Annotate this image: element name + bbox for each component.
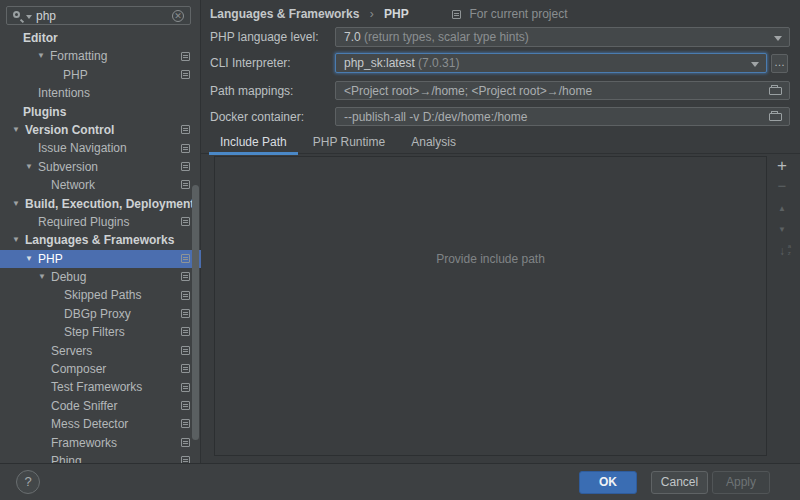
sort-letters: az — [788, 243, 791, 257]
sidebar-item-label: Skipped Paths — [64, 288, 141, 302]
language-level-select[interactable]: 7.0 (return types, scalar type hints) — [335, 27, 790, 47]
project-settings-icon — [181, 401, 190, 410]
folder-browse-icon[interactable] — [769, 113, 782, 121]
sidebar-item-version-control[interactable]: ▼Version Control — [0, 121, 201, 139]
cli-interpreter-browse-button[interactable]: … — [771, 54, 788, 73]
project-settings-icon — [181, 162, 190, 171]
sidebar-item-label: Frameworks — [51, 436, 117, 450]
ok-button[interactable]: OK — [579, 471, 637, 494]
sidebar-item-label: PHP — [63, 68, 88, 82]
sidebar-item-issue-navigation[interactable]: Issue Navigation — [0, 139, 201, 157]
sidebar-item-mess-detector[interactable]: Mess Detector — [0, 415, 201, 433]
docker-container-field[interactable]: --publish-all -v D:/dev/home:/home — [335, 107, 790, 126]
expand-arrow-icon[interactable]: ▼ — [25, 254, 33, 263]
move-up-button[interactable]: ▲ — [771, 199, 793, 219]
expand-arrow-icon[interactable]: ▼ — [38, 272, 46, 281]
sidebar-item-intentions[interactable]: Intentions — [0, 84, 201, 102]
expand-arrow-icon[interactable]: ▼ — [12, 125, 20, 134]
language-level-hint: (return types, scalar type hints) — [364, 30, 529, 44]
move-down-button[interactable]: ▼ — [771, 220, 793, 240]
sidebar-item-languages-frameworks[interactable]: ▼Languages & Frameworks — [0, 231, 201, 249]
include-path-toolbar: +−▲▼↓az — [771, 157, 793, 262]
cli-interpreter-value: php_sk:latest — [344, 56, 415, 70]
sidebar-item-label: Test Frameworks — [51, 380, 142, 394]
sidebar-item-label: Languages & Frameworks — [25, 233, 174, 247]
project-settings-icon — [181, 180, 190, 189]
remove-icon: − — [778, 177, 787, 194]
cli-interpreter-combobox[interactable]: php_sk:latest (7.0.31) — [335, 53, 767, 73]
sidebar-item-phing[interactable]: Phing — [0, 452, 201, 463]
sidebar-item-composer[interactable]: Composer — [0, 360, 201, 378]
cancel-button[interactable]: Cancel — [651, 471, 708, 494]
sidebar-item-required-plugins[interactable]: Required Plugins — [0, 213, 201, 231]
project-settings-icon — [181, 419, 190, 428]
project-settings-icon — [181, 327, 190, 336]
search-box[interactable]: php ✕ — [6, 6, 191, 25]
project-settings-icon — [181, 272, 190, 281]
sort-alphabetically-icon: ↓ — [779, 244, 785, 258]
project-settings-icon — [181, 456, 190, 463]
clear-search-icon[interactable]: ✕ — [172, 10, 184, 22]
project-settings-icon — [181, 254, 190, 263]
sidebar-item-label: Debug — [51, 270, 86, 284]
sidebar-item-servers[interactable]: Servers — [0, 342, 201, 360]
cli-interpreter-label: CLI Interpreter: — [210, 53, 291, 73]
sidebar-item-plugins[interactable]: Plugins — [0, 103, 201, 121]
sidebar-scrollbar[interactable] — [192, 185, 199, 440]
sidebar-item-label: Code Sniffer — [51, 399, 118, 413]
sidebar-item-skipped-paths[interactable]: Skipped Paths — [0, 286, 201, 304]
sidebar-item-dbgp-proxy[interactable]: DBGp Proxy — [0, 305, 201, 323]
sidebar-item-label: Formatting — [50, 49, 107, 63]
sidebar-item-network[interactable]: Network — [0, 176, 201, 194]
move-down-icon: ▼ — [778, 225, 786, 234]
sidebar-item-label: Issue Navigation — [38, 141, 127, 155]
sidebar-item-label: Plugins — [23, 105, 66, 119]
sidebar-item-formatting[interactable]: ▼Formatting — [0, 47, 201, 65]
sort-alphabetically-button[interactable]: ↓az — [771, 241, 793, 261]
project-settings-icon — [181, 383, 190, 392]
sidebar-item-label: Version Control — [25, 123, 114, 137]
search-lens — [13, 11, 20, 18]
docker-container-value: --publish-all -v D:/dev/home:/home — [344, 110, 527, 124]
help-button[interactable]: ? — [16, 470, 40, 494]
breadcrumb-parent[interactable]: Languages & Frameworks — [210, 7, 359, 21]
cli-interpreter-hint: (7.0.31) — [418, 56, 459, 70]
expand-arrow-icon[interactable]: ▼ — [12, 199, 20, 208]
sidebar-item-step-filters[interactable]: Step Filters — [0, 323, 201, 341]
language-level-label: PHP language level: — [210, 27, 319, 47]
sidebar-item-frameworks[interactable]: Frameworks — [0, 434, 201, 452]
sidebar-item-subversion[interactable]: ▼Subversion — [0, 158, 201, 176]
sidebar-item-php[interactable]: PHP — [0, 66, 201, 84]
sidebar-item-php[interactable]: ▼PHP — [0, 250, 201, 268]
tab-php-runtime[interactable]: PHP Runtime — [302, 132, 396, 154]
apply-button[interactable]: Apply — [712, 471, 770, 494]
folder-browse-icon[interactable] — [769, 87, 782, 95]
remove-button[interactable]: − — [771, 178, 793, 198]
sidebar-item-debug[interactable]: ▼Debug — [0, 268, 201, 286]
sidebar-item-label: Step Filters — [64, 325, 125, 339]
add-button[interactable]: + — [771, 157, 793, 177]
project-settings-icon — [181, 291, 190, 300]
sidebar-item-label: Phing — [51, 454, 82, 463]
sidebar-item-label: Intentions — [38, 86, 90, 100]
expand-arrow-icon[interactable]: ▼ — [25, 162, 33, 171]
tab-include-path[interactable]: Include Path — [209, 132, 298, 154]
sidebar-item-label: Required Plugins — [38, 215, 129, 229]
expand-arrow-icon[interactable]: ▼ — [12, 235, 20, 244]
sidebar-item-build-execution-deployment[interactable]: ▼Build, Execution, Deployment — [0, 195, 201, 213]
search-icon[interactable] — [13, 10, 31, 23]
sidebar-item-editor[interactable]: Editor — [0, 29, 201, 47]
sidebar-item-code-sniffer[interactable]: Code Sniffer — [0, 397, 201, 415]
path-mappings-field[interactable]: <Project root>→/home; <Project root>→/ho… — [335, 81, 790, 100]
sidebar-item-label: DBGp Proxy — [64, 307, 131, 321]
search-handle — [19, 18, 23, 22]
tab-analysis[interactable]: Analysis — [400, 132, 467, 154]
php-settings-tabs: Include PathPHP RuntimeAnalysis — [201, 132, 800, 154]
search-input[interactable]: php — [36, 9, 56, 23]
dropdown-arrow-icon[interactable] — [774, 36, 782, 41]
project-settings-icon — [181, 346, 190, 355]
settings-sidebar: php ✕ Editor▼FormattingPHPIntentionsPlug… — [0, 0, 201, 463]
sidebar-item-test-frameworks[interactable]: Test Frameworks — [0, 378, 201, 396]
dropdown-arrow-icon[interactable] — [751, 62, 759, 67]
expand-arrow-icon[interactable]: ▼ — [37, 51, 45, 60]
